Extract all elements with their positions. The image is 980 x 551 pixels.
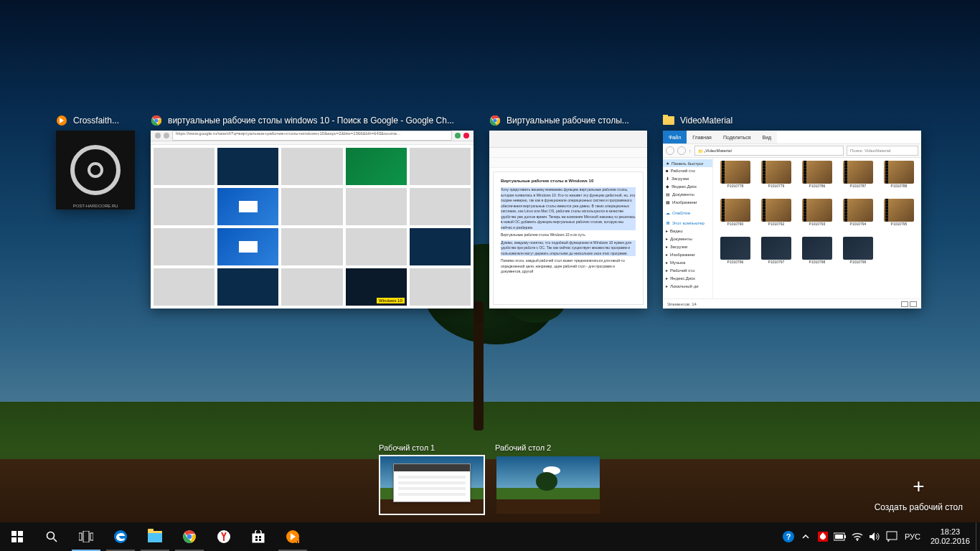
taskbar-app-store[interactable] [241, 522, 275, 551]
window-thumb-explorer[interactable]: VideoMaterial Файл Главная Поделиться Ви… [663, 115, 921, 309]
window-thumb-preview: https://www.google.ru/search?q=виртуальн… [151, 131, 473, 309]
file-item[interactable]: P1010787 [839, 161, 877, 197]
svg-rect-34 [887, 532, 897, 540]
window-thumb-title: VideoMaterial [680, 116, 732, 126]
task-view-icon [79, 531, 93, 542]
file-item[interactable]: P1010779 [757, 161, 796, 197]
tray-help-icon[interactable]: ? [780, 522, 797, 551]
chrome-icon [182, 529, 197, 544]
task-view-windows: Crossfaith... POST-HARDCORE.RU виртуальн… [56, 115, 937, 309]
taskbar-app-edge[interactable] [103, 522, 138, 551]
window-thumb-title: виртуальные рабочие столы windows 10 - П… [168, 116, 454, 126]
window-thumb-header: Виртуальные рабочие столы... [489, 115, 647, 126]
tray-battery-icon[interactable] [831, 522, 849, 551]
task-view-button[interactable] [69, 522, 103, 551]
window-thumb-preview: Виртуальные рабочие столы в Windows 10 Х… [489, 131, 647, 309]
file-explorer-icon [148, 531, 162, 542]
svg-rect-22 [259, 536, 261, 538]
file-item[interactable]: P1010797 [757, 237, 796, 273]
svg-point-15 [114, 530, 127, 543]
svg-rect-21 [255, 536, 258, 538]
window-thumb-title: Виртуальные рабочие столы... [507, 116, 629, 126]
new-desktop-button[interactable]: + Создать рабочий стол [875, 476, 963, 512]
language-label: РУС [905, 532, 920, 541]
plus-icon: + [913, 476, 924, 496]
folder-icon [663, 115, 674, 126]
virtual-desktop-2[interactable]: Рабочий стол 2 [495, 443, 601, 515]
file-item[interactable]: P1010798 [798, 237, 837, 273]
svg-rect-6 [11, 531, 17, 536]
tray-network-icon[interactable] [849, 522, 866, 551]
file-item[interactable]: P1010799 [839, 237, 877, 273]
window-thumb-chrome-docs[interactable]: Виртуальные рабочие столы... Виртуальные… [489, 115, 647, 309]
svg-rect-27 [298, 539, 299, 543]
tray-action-center[interactable] [883, 522, 900, 551]
tray-overflow-button[interactable] [797, 522, 814, 551]
window-thumb-preview: POST-HARDCORE.RU [56, 131, 135, 209]
virtual-desktops-strip: Рабочий стол 1 Рабочий стол 2 [0, 443, 980, 522]
file-item[interactable]: P1010786 [798, 161, 837, 197]
svg-rect-13 [83, 531, 89, 542]
taskbar-app-aimp[interactable] [275, 522, 310, 551]
volume-icon [869, 532, 880, 542]
svg-rect-9 [18, 537, 23, 542]
svg-rect-20 [253, 534, 264, 542]
aimp-icon [286, 529, 300, 544]
file-item[interactable]: P1010796 [716, 237, 755, 273]
chrome-icon [151, 115, 162, 126]
svg-rect-8 [11, 537, 17, 542]
wifi-icon [852, 532, 863, 541]
svg-text:?: ? [786, 532, 791, 541]
file-item[interactable]: P1010792 [757, 199, 796, 235]
tray-volume-icon[interactable] [866, 522, 883, 551]
virtual-desktop-preview [379, 455, 485, 515]
svg-point-17 [187, 534, 192, 540]
yandex-icon [217, 529, 231, 544]
tray-language[interactable]: РУС [900, 522, 925, 551]
svg-rect-12 [79, 533, 82, 540]
window-thumb-chrome-search[interactable]: виртуальные рабочие столы windows 10 - П… [151, 115, 473, 309]
taskbar-app-yandex[interactable] [207, 522, 241, 551]
virtual-desktop-label: Рабочий стол 2 [495, 443, 601, 452]
window-thumb-header: Crossfaith... [56, 115, 135, 126]
window-thumb-header: VideoMaterial [663, 115, 921, 126]
new-desktop-label: Создать рабочий стол [875, 502, 963, 512]
notification-icon [886, 531, 897, 542]
taskbar-app-chrome[interactable] [172, 522, 207, 551]
clock-date: 20.02.2016 [930, 537, 970, 546]
file-item[interactable]: P1010790 [716, 199, 755, 235]
svg-point-10 [47, 532, 55, 540]
svg-rect-23 [255, 539, 258, 541]
svg-rect-14 [90, 533, 93, 540]
file-item[interactable]: P1010793 [798, 199, 837, 235]
start-button[interactable] [0, 522, 34, 551]
help-icon: ? [782, 530, 795, 543]
svg-line-11 [54, 539, 57, 542]
svg-rect-26 [296, 539, 297, 543]
tray-avira-icon[interactable] [814, 522, 831, 551]
chrome-icon [489, 115, 501, 126]
window-thumb-aimp[interactable]: Crossfaith... POST-HARDCORE.RU [56, 115, 135, 209]
tray-clock[interactable]: 18:23 20.02.2016 [925, 522, 976, 551]
search-button[interactable] [34, 522, 69, 551]
edge-icon [113, 529, 128, 544]
file-item[interactable]: P1010795 [880, 199, 918, 235]
desktop: Crossfaith... POST-HARDCORE.RU виртуальн… [0, 0, 980, 551]
window-thumb-title: Crossfaith... [73, 116, 119, 126]
file-item[interactable]: P1010794 [839, 199, 877, 235]
svg-rect-31 [844, 535, 846, 538]
virtual-desktop-1[interactable]: Рабочий стол 1 [379, 443, 485, 515]
svg-rect-7 [18, 531, 23, 536]
window-thumb-preview: Файл Главная Поделиться Вид ↑ 📁 › VideoM… [663, 131, 921, 309]
file-item[interactable]: P1010788 [880, 161, 918, 197]
virtual-desktop-label: Рабочий стол 1 [379, 443, 485, 452]
svg-point-33 [857, 540, 858, 541]
show-desktop-button[interactable] [976, 522, 980, 551]
avira-icon [818, 532, 828, 542]
file-item[interactable]: P1010778 [716, 161, 755, 197]
taskbar: ? РУС 18:23 20.02.2016 [0, 522, 980, 551]
svg-rect-32 [835, 534, 843, 539]
clock-time: 18:23 [941, 527, 961, 537]
svg-point-5 [493, 118, 496, 122]
taskbar-app-explorer[interactable] [138, 522, 172, 551]
